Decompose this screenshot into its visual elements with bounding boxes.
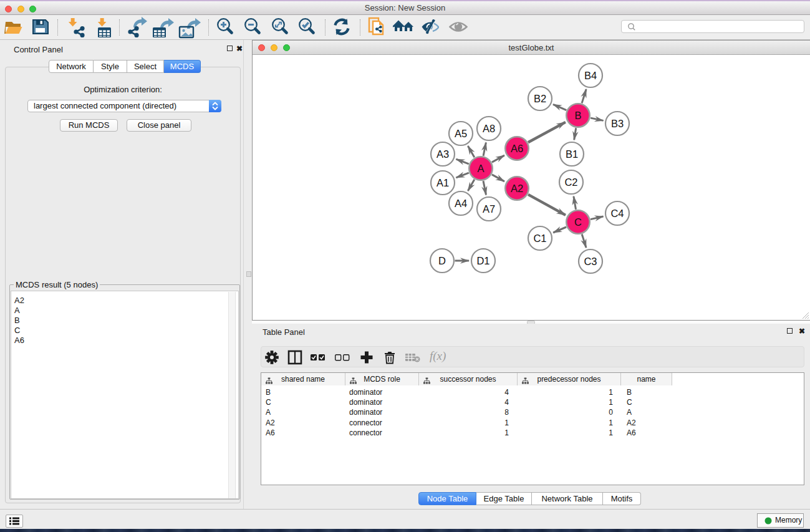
- svg-text:A1: A1: [436, 177, 449, 188]
- svg-text:A7: A7: [483, 203, 495, 215]
- svg-text:B4: B4: [584, 70, 597, 81]
- svg-text:C: C: [574, 216, 582, 228]
- svg-text:D: D: [438, 255, 446, 266]
- svg-text:A2: A2: [511, 183, 523, 194]
- svg-text:A8: A8: [483, 123, 495, 134]
- svg-text:B1: B1: [566, 148, 578, 160]
- svg-text:C3: C3: [584, 256, 597, 267]
- svg-text:A: A: [477, 163, 484, 174]
- svg-text:C1: C1: [533, 233, 546, 244]
- svg-text:D1: D1: [476, 255, 489, 266]
- svg-text:B: B: [574, 110, 581, 121]
- svg-text:A4: A4: [455, 198, 467, 209]
- svg-text:B2: B2: [534, 93, 546, 104]
- svg-text:C2: C2: [564, 177, 577, 188]
- svg-text:B3: B3: [611, 118, 624, 129]
- svg-text:A5: A5: [455, 128, 467, 139]
- svg-text:C4: C4: [610, 208, 624, 219]
- svg-text:A3: A3: [436, 148, 449, 160]
- svg-text:A6: A6: [511, 143, 523, 154]
